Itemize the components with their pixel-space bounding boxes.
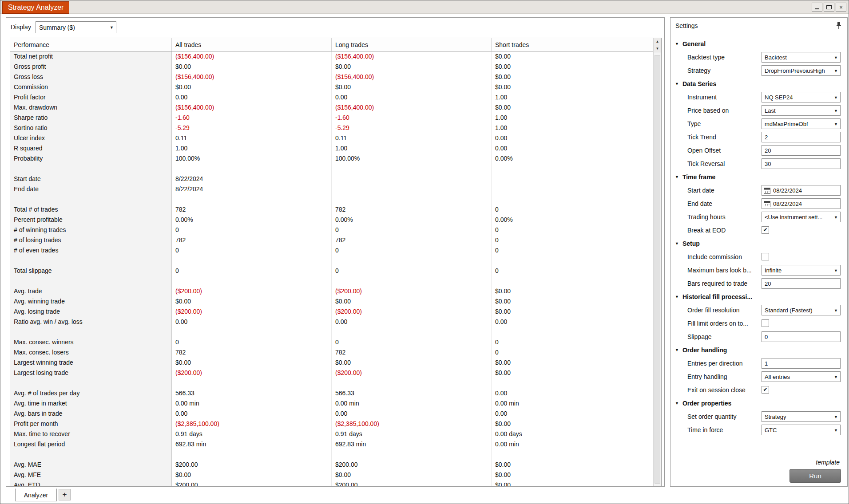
table-row[interactable]: Gross loss($156,400.00)($156,400.00)$0.0…: [10, 72, 653, 82]
control-time-in-force[interactable]: GTC▼: [762, 425, 841, 435]
table-row[interactable]: [10, 327, 653, 337]
control-tick-trend[interactable]: [762, 132, 841, 142]
control-instrument[interactable]: NQ SEP24▼: [762, 92, 841, 102]
control-maximum-bars-look-b[interactable]: Infinite▼: [762, 265, 841, 276]
table-row[interactable]: Ratio avg. win / avg. loss0.000.000.00: [10, 317, 653, 327]
table-row[interactable]: Total net profit($156,400.00)($156,400.0…: [10, 51, 653, 62]
checkbox-break-at-eod[interactable]: ✔: [762, 226, 769, 234]
checkbox-include-commission[interactable]: [762, 253, 769, 260]
control-slippage[interactable]: [762, 331, 841, 342]
window-title-tab[interactable]: Strategy Analyzer: [2, 1, 69, 14]
table-row[interactable]: Longest flat period692.83 min692.83 min0…: [10, 439, 653, 449]
control-price-based-on[interactable]: Last▼: [762, 105, 841, 116]
settings-section-historical-fill-processi[interactable]: ▼Historical fill processi...: [670, 290, 847, 303]
settings-section-time-frame[interactable]: ▼Time frame: [670, 170, 847, 184]
control-end-date[interactable]: 08/22/2024: [762, 198, 841, 209]
table-row[interactable]: Avg. MAE$200.00$200.00$0.00: [10, 460, 653, 470]
scroll-up-icon[interactable]: ▲: [654, 38, 661, 45]
settings-section-order-properties[interactable]: ▼Order properties: [670, 397, 847, 410]
table-row[interactable]: [10, 256, 653, 266]
metric-value: [172, 194, 332, 205]
table-row[interactable]: Total slippage000: [10, 266, 653, 276]
column-header-all-trades[interactable]: All trades: [172, 38, 332, 51]
table-row[interactable]: Avg. trade($200.00)($200.00)$0.00: [10, 286, 653, 296]
metric-value: -5.29: [332, 123, 492, 133]
settings-item: Start date08/22/2024: [670, 184, 847, 197]
table-row[interactable]: Max. consec. losers7827820: [10, 347, 653, 358]
control-strategy[interactable]: DropFromPrevoiusHigh▼: [762, 65, 841, 76]
run-button[interactable]: Run: [789, 469, 841, 483]
add-tab-button[interactable]: +: [59, 489, 71, 500]
table-row[interactable]: Largest losing trade($200.00)($200.00)$0…: [10, 368, 653, 378]
table-row[interactable]: # of winning trades000: [10, 225, 653, 235]
metric-value: ($200.00): [332, 286, 492, 296]
table-row[interactable]: Avg. ETD$200.00$200.00$0.00: [10, 480, 653, 486]
control-order-fill-resolution[interactable]: Standard (Fastest)▼: [762, 305, 841, 315]
metric-value: 0.00: [172, 317, 332, 327]
control-tick-reversal[interactable]: [762, 158, 841, 169]
table-row[interactable]: # of even trades000: [10, 245, 653, 256]
table-row[interactable]: Avg. winning trade$0.00$0.00$0.00: [10, 296, 653, 307]
control-open-offset[interactable]: [762, 145, 841, 156]
table-row[interactable]: [10, 449, 653, 460]
table-row[interactable]: [10, 194, 653, 205]
minimize-button[interactable]: [812, 3, 822, 12]
table-row[interactable]: Max. consec. winners000: [10, 337, 653, 347]
table-row[interactable]: Commission$0.00$0.00$0.00: [10, 82, 653, 92]
settings-section-setup[interactable]: ▼Setup: [670, 237, 847, 250]
table-row[interactable]: Sharpe ratio-1.60-1.601.00: [10, 113, 653, 123]
metric-value: 0: [492, 347, 653, 358]
column-header-performance[interactable]: Performance: [10, 38, 172, 51]
table-row[interactable]: Percent profitable0.00%0.00%0.00%: [10, 215, 653, 225]
scroll-down-icon[interactable]: ▼: [654, 45, 661, 52]
metric-value: 0.00: [332, 409, 492, 419]
scrollbar-thumb[interactable]: [655, 55, 660, 484]
display-select[interactable]: Summary ($) ▼: [36, 21, 116, 33]
settings-section-data-series[interactable]: ▼Data Series: [670, 77, 847, 91]
column-header-long-trades[interactable]: Long trades: [332, 38, 492, 51]
table-row[interactable]: # of losing trades7827820: [10, 235, 653, 245]
pin-icon[interactable]: [835, 21, 842, 29]
control-backtest-type[interactable]: Backtest▼: [762, 52, 841, 63]
control-trading-hours[interactable]: <Use instrument sett...▼: [762, 212, 841, 222]
table-row[interactable]: Profit factor0.000.001.00: [10, 92, 653, 102]
settings-section-general[interactable]: ▼General: [670, 37, 847, 51]
table-row[interactable]: Max. drawdown($156,400.00)($156,400.00)$…: [10, 102, 653, 113]
table-row[interactable]: Avg. bars in trade0.000.000.00: [10, 409, 653, 419]
control-type[interactable]: mdMaxPrimeObf▼: [762, 118, 841, 129]
table-row[interactable]: [10, 378, 653, 388]
table-row[interactable]: Largest winning trade$0.00$0.00$0.00: [10, 358, 653, 368]
table-row[interactable]: Ulcer index0.110.110.00: [10, 133, 653, 143]
checkbox-exit-on-session-close[interactable]: ✔: [762, 386, 769, 394]
control-bars-required-to-trade[interactable]: [762, 278, 841, 289]
table-row[interactable]: Start date8/22/2024: [10, 174, 653, 184]
table-row[interactable]: Avg. time in market0.00 min0.00 min0.00 …: [10, 398, 653, 409]
table-row[interactable]: Avg. # of trades per day566.33566.330.00: [10, 388, 653, 398]
table-row[interactable]: Probability100.00%100.00%0.00%: [10, 154, 653, 164]
control-value: <Use instrument sett...: [765, 214, 832, 220]
maximize-button[interactable]: [824, 3, 834, 12]
table-row[interactable]: Total # of trades7827820: [10, 205, 653, 215]
settings-section-order-handling[interactable]: ▼Order handling: [670, 343, 847, 357]
table-row[interactable]: Gross profit$0.00$0.00$0.00: [10, 62, 653, 72]
table-row[interactable]: [10, 164, 653, 174]
table-row[interactable]: Max. time to recover0.91 days0.91 days0.…: [10, 429, 653, 439]
control-set-order-quantity[interactable]: Strategy▼: [762, 411, 841, 422]
table-row[interactable]: R squared1.001.000.00: [10, 143, 653, 154]
control-entries-per-direction[interactable]: [762, 358, 841, 369]
control-start-date[interactable]: 08/22/2024: [762, 185, 841, 196]
control-entry-handling[interactable]: All entries▼: [762, 371, 841, 382]
table-row[interactable]: [10, 276, 653, 286]
metric-label: Avg. MAE: [10, 460, 172, 470]
table-row[interactable]: End date8/22/2024: [10, 184, 653, 194]
tab-analyzer[interactable]: Analyzer: [15, 488, 57, 501]
vertical-scrollbar[interactable]: ▲ ▼: [653, 38, 661, 486]
table-row[interactable]: Profit per month($2,385,100.00)($2,385,1…: [10, 419, 653, 429]
close-button[interactable]: ×: [836, 3, 846, 12]
checkbox-fill-limit-orders-on-to[interactable]: [762, 319, 769, 327]
metric-label: Sharpe ratio: [10, 113, 172, 123]
table-row[interactable]: Sortino ratio-5.29-5.291.00: [10, 123, 653, 133]
table-row[interactable]: Avg. losing trade($200.00)($200.00)$0.00: [10, 307, 653, 317]
table-row[interactable]: Avg. MFE$0.00$0.00$0.00: [10, 470, 653, 480]
column-header-short-trades[interactable]: Short trades: [492, 38, 653, 51]
